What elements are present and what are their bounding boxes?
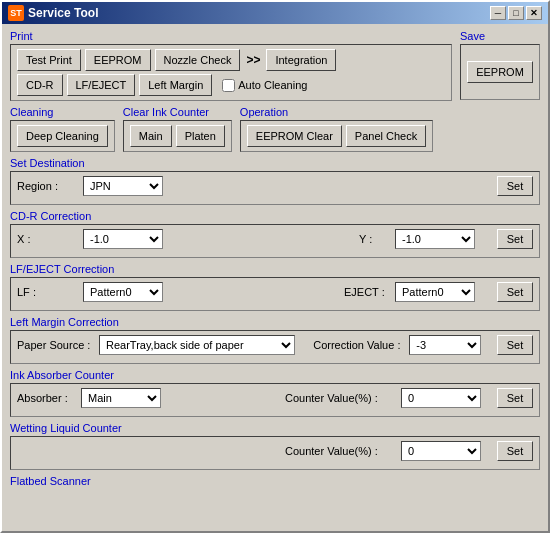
absorber-label: Absorber : (17, 392, 75, 404)
correction-value-label: Correction Value : (313, 339, 403, 351)
save-eeprom-button[interactable]: EEPROM (467, 61, 533, 83)
ink-counter-label: Counter Value(%) : (285, 392, 395, 404)
deep-cleaning-button[interactable]: Deep Cleaning (17, 125, 108, 147)
left-margin-button[interactable]: Left Margin (139, 74, 212, 96)
save-box: EEPROM (460, 44, 540, 100)
panel-check-button[interactable]: Panel Check (346, 125, 426, 147)
integration-button[interactable]: Integration (266, 49, 336, 71)
wetting-liquid-box: Counter Value(%) : 0 Set (10, 436, 540, 470)
correction-value-select[interactable]: -3 (409, 335, 481, 355)
maximize-button[interactable]: □ (508, 6, 524, 20)
paper-source-select[interactable]: RearTray,back side of paper (99, 335, 295, 355)
print-box: Test Print EEPROM Nozzle Check >> Integr… (10, 44, 452, 101)
wetting-counter-select[interactable]: 0 (401, 441, 481, 461)
window-title: Service Tool (28, 6, 98, 20)
lf-select[interactable]: Pattern0 (83, 282, 163, 302)
flatbed-scanner-section: Flatbed Scanner (10, 475, 540, 487)
save-label: Save (460, 30, 540, 42)
eject-select[interactable]: Pattern0 (395, 282, 475, 302)
clear-ink-label: Clear Ink Counter (123, 106, 232, 118)
wetting-set-button[interactable]: Set (497, 441, 533, 461)
eeprom-print-button[interactable]: EEPROM (85, 49, 151, 71)
save-section: Save EEPROM (460, 30, 540, 101)
flatbed-scanner-label: Flatbed Scanner (10, 475, 540, 487)
cdr-set-button[interactable]: Set (497, 229, 533, 249)
y-label: Y : (359, 233, 389, 245)
cd-r-button[interactable]: CD-R (17, 74, 63, 96)
clear-ink-section: Clear Ink Counter Main Platen (123, 106, 232, 152)
region-select[interactable]: JPN (83, 176, 163, 196)
set-destination-section: Set Destination Region : JPN Set (10, 157, 540, 205)
eeprom-clear-button[interactable]: EEPROM Clear (247, 125, 342, 147)
left-margin-label: Left Margin Correction (10, 316, 540, 328)
window-icon: ST (8, 5, 24, 21)
print-label: Print (10, 30, 452, 42)
nozzle-check-button[interactable]: Nozzle Check (155, 49, 241, 71)
main-window: ST Service Tool ─ □ ✕ Print Test Print E… (0, 0, 550, 533)
test-print-button[interactable]: Test Print (17, 49, 81, 71)
operation-label: Operation (240, 106, 433, 118)
cleaning-section: Cleaning Deep Cleaning (10, 106, 115, 152)
auto-cleaning-row: Auto Cleaning (222, 79, 307, 92)
left-margin-box: Paper Source : RearTray,back side of pap… (10, 330, 540, 364)
absorber-select[interactable]: Main (81, 388, 161, 408)
auto-cleaning-checkbox[interactable] (222, 79, 235, 92)
cdr-correction-box: X : -1.0 Y : -1.0 Set (10, 224, 540, 258)
left-margin-section: Left Margin Correction Paper Source : Re… (10, 316, 540, 364)
wetting-counter-label: Counter Value(%) : (285, 445, 395, 457)
paper-source-label: Paper Source : (17, 339, 93, 351)
cleaning-label: Cleaning (10, 106, 115, 118)
lf-correction-section: LF/EJECT Correction LF : Pattern0 EJECT … (10, 263, 540, 311)
left-margin-set-button[interactable]: Set (497, 335, 533, 355)
main-clear-button[interactable]: Main (130, 125, 172, 147)
titlebar-buttons: ─ □ ✕ (490, 6, 542, 20)
ink-absorber-section: Ink Absorber Counter Absorber : Main Cou… (10, 369, 540, 417)
region-label: Region : (17, 180, 77, 192)
set-destination-label: Set Destination (10, 157, 540, 169)
platen-clear-button[interactable]: Platen (176, 125, 225, 147)
lf-correction-label: LF/EJECT Correction (10, 263, 540, 275)
set-destination-box: Region : JPN Set (10, 171, 540, 205)
ink-absorber-set-button[interactable]: Set (497, 388, 533, 408)
close-button[interactable]: ✕ (526, 6, 542, 20)
operation-section: Operation EEPROM Clear Panel Check (240, 106, 433, 152)
cleaning-box: Deep Cleaning (10, 120, 115, 152)
lf-correction-box: LF : Pattern0 EJECT : Pattern0 Set (10, 277, 540, 311)
cdr-correction-section: CD-R Correction X : -1.0 Y : -1.0 Set (10, 210, 540, 258)
arrow-icon: >> (244, 53, 262, 67)
operation-box: EEPROM Clear Panel Check (240, 120, 433, 152)
minimize-button[interactable]: ─ (490, 6, 506, 20)
auto-cleaning-label: Auto Cleaning (238, 79, 307, 91)
ink-absorber-box: Absorber : Main Counter Value(%) : 0 Set (10, 383, 540, 417)
wetting-liquid-label: Wetting Liquid Counter (10, 422, 540, 434)
print-section: Print Test Print EEPROM Nozzle Check >> … (10, 30, 452, 101)
content-area: Print Test Print EEPROM Nozzle Check >> … (2, 24, 548, 531)
lf-eject-button[interactable]: LF/EJECT (67, 74, 136, 96)
eject-label: EJECT : (344, 286, 389, 298)
y-select[interactable]: -1.0 (395, 229, 475, 249)
ink-absorber-label: Ink Absorber Counter (10, 369, 540, 381)
cdr-correction-label: CD-R Correction (10, 210, 540, 222)
wetting-liquid-section: Wetting Liquid Counter Counter Value(%) … (10, 422, 540, 470)
ink-counter-select[interactable]: 0 (401, 388, 481, 408)
titlebar: ST Service Tool ─ □ ✕ (2, 2, 548, 24)
set-destination-button[interactable]: Set (497, 176, 533, 196)
lf-set-button[interactable]: Set (497, 282, 533, 302)
x-label: X : (17, 233, 77, 245)
x-select[interactable]: -1.0 (83, 229, 163, 249)
clear-ink-box: Main Platen (123, 120, 232, 152)
lf-label: LF : (17, 286, 77, 298)
cleaning-row: Cleaning Deep Cleaning Clear Ink Counter… (10, 106, 540, 152)
